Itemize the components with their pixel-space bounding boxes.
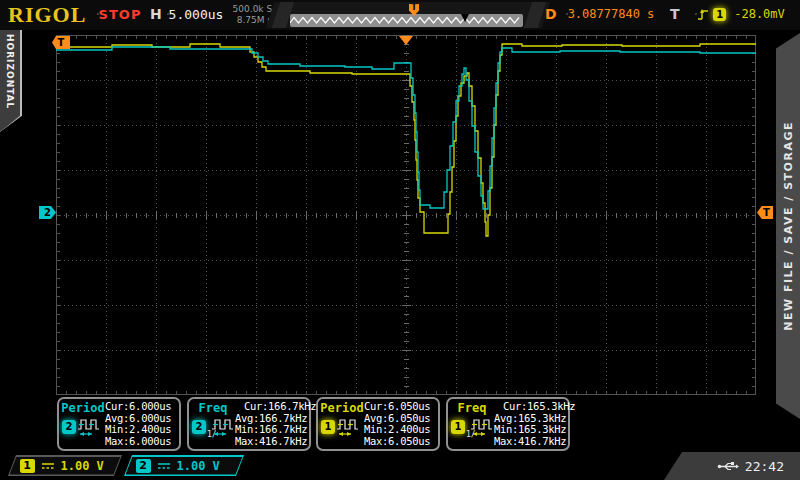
channel2-badge: 2: [136, 459, 151, 473]
run-stop-status[interactable]: STOP: [96, 4, 142, 24]
horizontal-scale-label: H: [150, 6, 162, 22]
measurement-panel-ch1-freq[interactable]: Freq 1 1/ Cur:165.3kHz Avg:165.3kHz Min:…: [446, 397, 570, 451]
channel1-button[interactable]: 1 1.00 V: [8, 455, 122, 476]
dc-coupling-icon: [157, 462, 171, 470]
channel2-button[interactable]: 2 1.00 V: [124, 455, 244, 476]
trigger-level-value: -28.0mV: [734, 7, 785, 21]
measurement-label: Freq: [189, 401, 237, 415]
trigger-label: T: [670, 6, 680, 22]
channel2-position-marker[interactable]: 2: [39, 206, 56, 219]
top-status-bar: RIGOL STOP H 5.000us 500.0k Sa/s 8.75M p…: [0, 0, 800, 30]
horizontal-menu-tab[interactable]: HORIZONTAL: [0, 30, 22, 132]
storage-menu-tab[interactable]: NEW FILE / SAVE / STORAGE: [776, 33, 800, 419]
measurement-panel-ch2-period[interactable]: Period 2 Cur:6.000us Avg:6.000us Min:2.4…: [57, 397, 181, 451]
frequency-icon: 1/: [207, 415, 235, 439]
measurement-label: Period: [59, 401, 107, 415]
horizontal-menu-label: HORIZONTAL: [5, 34, 15, 109]
storage-menu-label: NEW FILE / SAVE / STORAGE: [782, 121, 795, 331]
trigger-level-marker[interactable]: T: [757, 206, 773, 219]
dc-coupling-icon: [41, 462, 55, 470]
stop-status-label: STOP: [99, 7, 142, 22]
channel1-scale: 1.00 V: [61, 459, 104, 473]
trigger-source-badge: 1: [713, 8, 726, 21]
measurement-panel-ch2-freq[interactable]: Freq 2 1/ Cur:166.7kHz Avg:166.7kHz Min:…: [187, 397, 311, 451]
measurement-label: Period: [318, 401, 366, 415]
period-icon: [336, 415, 364, 439]
horizontal-offset-control[interactable]: 3.08777840 s: [560, 4, 660, 24]
waveform-overview-bar[interactable]: [290, 14, 523, 27]
timebase-control[interactable]: 5.000us: [163, 4, 227, 24]
horizontal-menu-tab-face: HORIZONTAL: [0, 30, 20, 132]
measurement-values: Cur:166.7kHz Avg:166.7kHz Min:166.7kHz M…: [235, 401, 311, 447]
clock: 22:42: [745, 459, 784, 474]
trigger-slope-icon: [697, 8, 709, 21]
system-status-panel: 22:42: [664, 452, 800, 480]
rigol-logo: RIGOL: [8, 2, 86, 28]
channel2-scale: 1.00 V: [177, 459, 220, 473]
timebase-value: 5.000us: [169, 7, 224, 22]
trigger-status-control[interactable]: 1 -28.0mV: [685, 4, 795, 24]
frequency-icon: 1/: [466, 415, 494, 439]
measurement-values: Cur:165.3kHz Avg:165.3kHz Min:165.3kHz M…: [494, 401, 570, 447]
measurement-panel-ch1-period[interactable]: Period 1 Cur:6.050us Avg:6.050us Min:2.4…: [316, 397, 440, 451]
channel2-badge: 2: [192, 420, 206, 434]
overview-waveform-icon: [290, 14, 523, 27]
channel1-badge: 1: [20, 459, 35, 473]
channel1-badge: 1: [451, 420, 465, 434]
trigger-position-icon: [399, 36, 413, 45]
measurement-label: Freq: [448, 401, 496, 415]
measurement-values: Cur:6.000us Avg:6.000us Min:2.400us Max:…: [105, 401, 181, 447]
measurement-values: Cur:6.050us Avg:6.050us Min:2.400us Max:…: [364, 401, 440, 447]
waveform-display-area[interactable]: [56, 35, 756, 395]
delay-label: D: [545, 6, 557, 22]
period-icon: [77, 415, 105, 439]
channel2-badge: 2: [62, 420, 76, 434]
trigger-position-flag[interactable]: T: [52, 36, 70, 49]
oscilloscope-screen: RIGOL STOP H 5.000us 500.0k Sa/s 8.75M p…: [0, 0, 800, 480]
channel1-badge: 1: [321, 420, 335, 434]
horizontal-offset-value: 3.08777840 s: [568, 7, 655, 21]
usb-icon: [717, 461, 739, 472]
